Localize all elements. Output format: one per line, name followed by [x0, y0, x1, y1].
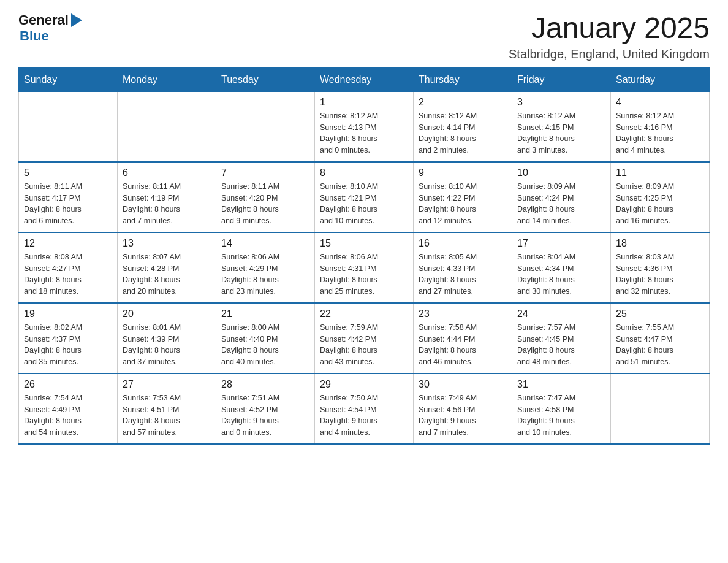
day-number: 11	[616, 167, 704, 178]
day-number: 21	[221, 308, 309, 320]
day-info: Sunrise: 8:06 AM Sunset: 4:29 PM Dayligh…	[221, 251, 309, 297]
calendar-cell: 3Sunrise: 8:12 AM Sunset: 4:15 PM Daylig…	[512, 91, 611, 162]
day-info: Sunrise: 7:59 AM Sunset: 4:42 PM Dayligh…	[320, 322, 408, 368]
week-row-4: 19Sunrise: 8:02 AM Sunset: 4:37 PM Dayli…	[19, 303, 710, 373]
day-info: Sunrise: 8:05 AM Sunset: 4:33 PM Dayligh…	[419, 251, 507, 297]
day-number: 4	[616, 97, 704, 108]
day-number: 1	[320, 97, 408, 108]
logo-general-text: General	[18, 12, 69, 28]
day-info: Sunrise: 8:10 AM Sunset: 4:21 PM Dayligh…	[320, 181, 408, 227]
week-row-3: 12Sunrise: 8:08 AM Sunset: 4:27 PM Dayli…	[19, 232, 710, 303]
calendar-cell: 21Sunrise: 8:00 AM Sunset: 4:40 PM Dayli…	[216, 303, 315, 373]
calendar-cell: 9Sunrise: 8:10 AM Sunset: 4:22 PM Daylig…	[414, 162, 512, 232]
day-info: Sunrise: 8:07 AM Sunset: 4:28 PM Dayligh…	[123, 251, 211, 297]
day-info: Sunrise: 8:10 AM Sunset: 4:22 PM Dayligh…	[419, 181, 507, 227]
week-row-1: 1Sunrise: 8:12 AM Sunset: 4:13 PM Daylig…	[19, 91, 710, 162]
calendar-cell: 22Sunrise: 7:59 AM Sunset: 4:42 PM Dayli…	[315, 303, 414, 373]
day-info: Sunrise: 8:03 AM Sunset: 4:36 PM Dayligh…	[616, 251, 704, 297]
day-info: Sunrise: 8:11 AM Sunset: 4:17 PM Dayligh…	[24, 181, 112, 227]
calendar-cell: 10Sunrise: 8:09 AM Sunset: 4:24 PM Dayli…	[512, 162, 611, 232]
day-number: 27	[123, 379, 211, 390]
header-sunday: Sunday	[19, 67, 118, 91]
day-number: 24	[517, 308, 605, 320]
header-wednesday: Wednesday	[315, 67, 414, 91]
calendar-cell: 23Sunrise: 7:58 AM Sunset: 4:44 PM Dayli…	[414, 303, 512, 373]
day-number: 29	[320, 379, 408, 390]
calendar-cell	[216, 91, 315, 162]
day-info: Sunrise: 7:51 AM Sunset: 4:52 PM Dayligh…	[221, 393, 309, 439]
calendar-cell: 8Sunrise: 8:10 AM Sunset: 4:21 PM Daylig…	[315, 162, 414, 232]
day-number: 30	[419, 379, 507, 390]
day-number: 28	[221, 379, 309, 390]
day-info: Sunrise: 7:58 AM Sunset: 4:44 PM Dayligh…	[419, 322, 507, 368]
day-number: 8	[320, 167, 408, 178]
calendar-cell: 7Sunrise: 8:11 AM Sunset: 4:20 PM Daylig…	[216, 162, 315, 232]
day-number: 31	[517, 379, 605, 390]
day-number: 13	[123, 238, 211, 249]
calendar-cell: 28Sunrise: 7:51 AM Sunset: 4:52 PM Dayli…	[216, 373, 315, 444]
day-number: 26	[24, 379, 112, 390]
day-number: 7	[221, 167, 309, 178]
day-info: Sunrise: 8:12 AM Sunset: 4:16 PM Dayligh…	[616, 110, 704, 156]
calendar-cell: 29Sunrise: 7:50 AM Sunset: 4:54 PM Dayli…	[315, 373, 414, 444]
day-info: Sunrise: 8:12 AM Sunset: 4:13 PM Dayligh…	[320, 110, 408, 156]
day-number: 19	[24, 308, 112, 320]
calendar-cell: 19Sunrise: 8:02 AM Sunset: 4:37 PM Dayli…	[19, 303, 118, 373]
logo-triangle-icon	[71, 13, 82, 27]
day-number: 25	[616, 308, 704, 320]
calendar-cell: 16Sunrise: 8:05 AM Sunset: 4:33 PM Dayli…	[414, 232, 512, 303]
day-info: Sunrise: 7:47 AM Sunset: 4:58 PM Dayligh…	[517, 393, 605, 439]
calendar-cell: 12Sunrise: 8:08 AM Sunset: 4:27 PM Dayli…	[19, 232, 118, 303]
day-number: 12	[24, 238, 112, 249]
header-saturday: Saturday	[611, 67, 710, 91]
day-number: 20	[123, 308, 211, 320]
day-info: Sunrise: 8:02 AM Sunset: 4:37 PM Dayligh…	[24, 322, 112, 368]
logo: General Blue	[18, 12, 82, 44]
calendar-title: January 2025	[509, 12, 710, 45]
calendar-cell: 17Sunrise: 8:04 AM Sunset: 4:34 PM Dayli…	[512, 232, 611, 303]
day-number: 15	[320, 238, 408, 249]
day-info: Sunrise: 8:08 AM Sunset: 4:27 PM Dayligh…	[24, 251, 112, 297]
header-monday: Monday	[118, 67, 216, 91]
location-subtitle: Stalbridge, England, United Kingdom	[509, 47, 710, 61]
day-info: Sunrise: 8:09 AM Sunset: 4:24 PM Dayligh…	[517, 181, 605, 227]
calendar-cell: 2Sunrise: 8:12 AM Sunset: 4:14 PM Daylig…	[414, 91, 512, 162]
calendar-cell: 13Sunrise: 8:07 AM Sunset: 4:28 PM Dayli…	[118, 232, 216, 303]
calendar-cell: 11Sunrise: 8:09 AM Sunset: 4:25 PM Dayli…	[611, 162, 710, 232]
calendar-cell: 1Sunrise: 8:12 AM Sunset: 4:13 PM Daylig…	[315, 91, 414, 162]
calendar-cell: 27Sunrise: 7:53 AM Sunset: 4:51 PM Dayli…	[118, 373, 216, 444]
header-tuesday: Tuesday	[216, 67, 315, 91]
calendar-header-row: SundayMondayTuesdayWednesdayThursdayFrid…	[19, 67, 710, 91]
day-info: Sunrise: 7:53 AM Sunset: 4:51 PM Dayligh…	[123, 393, 211, 439]
calendar-cell: 25Sunrise: 7:55 AM Sunset: 4:47 PM Dayli…	[611, 303, 710, 373]
calendar-cell: 24Sunrise: 7:57 AM Sunset: 4:45 PM Dayli…	[512, 303, 611, 373]
day-number: 17	[517, 238, 605, 249]
calendar-cell: 31Sunrise: 7:47 AM Sunset: 4:58 PM Dayli…	[512, 373, 611, 444]
header-thursday: Thursday	[414, 67, 512, 91]
week-row-5: 26Sunrise: 7:54 AM Sunset: 4:49 PM Dayli…	[19, 373, 710, 444]
day-number: 9	[419, 167, 507, 178]
calendar-cell: 14Sunrise: 8:06 AM Sunset: 4:29 PM Dayli…	[216, 232, 315, 303]
day-number: 14	[221, 238, 309, 249]
day-info: Sunrise: 7:50 AM Sunset: 4:54 PM Dayligh…	[320, 393, 408, 439]
day-info: Sunrise: 8:01 AM Sunset: 4:39 PM Dayligh…	[123, 322, 211, 368]
day-info: Sunrise: 8:12 AM Sunset: 4:14 PM Dayligh…	[419, 110, 507, 156]
day-info: Sunrise: 8:12 AM Sunset: 4:15 PM Dayligh…	[517, 110, 605, 156]
calendar-cell: 30Sunrise: 7:49 AM Sunset: 4:56 PM Dayli…	[414, 373, 512, 444]
day-info: Sunrise: 8:06 AM Sunset: 4:31 PM Dayligh…	[320, 251, 408, 297]
day-info: Sunrise: 7:55 AM Sunset: 4:47 PM Dayligh…	[616, 322, 704, 368]
day-info: Sunrise: 8:11 AM Sunset: 4:20 PM Dayligh…	[221, 181, 309, 227]
calendar-cell: 4Sunrise: 8:12 AM Sunset: 4:16 PM Daylig…	[611, 91, 710, 162]
day-info: Sunrise: 8:09 AM Sunset: 4:25 PM Dayligh…	[616, 181, 704, 227]
day-number: 16	[419, 238, 507, 249]
day-info: Sunrise: 7:57 AM Sunset: 4:45 PM Dayligh…	[517, 322, 605, 368]
title-section: January 2025 Stalbridge, England, United…	[509, 12, 710, 61]
day-info: Sunrise: 7:49 AM Sunset: 4:56 PM Dayligh…	[419, 393, 507, 439]
calendar-table: SundayMondayTuesdayWednesdayThursdayFrid…	[18, 67, 710, 445]
day-number: 23	[419, 308, 507, 320]
calendar-cell: 15Sunrise: 8:06 AM Sunset: 4:31 PM Dayli…	[315, 232, 414, 303]
calendar-cell	[118, 91, 216, 162]
day-number: 6	[123, 167, 211, 178]
day-number: 18	[616, 238, 704, 249]
day-info: Sunrise: 8:00 AM Sunset: 4:40 PM Dayligh…	[221, 322, 309, 368]
